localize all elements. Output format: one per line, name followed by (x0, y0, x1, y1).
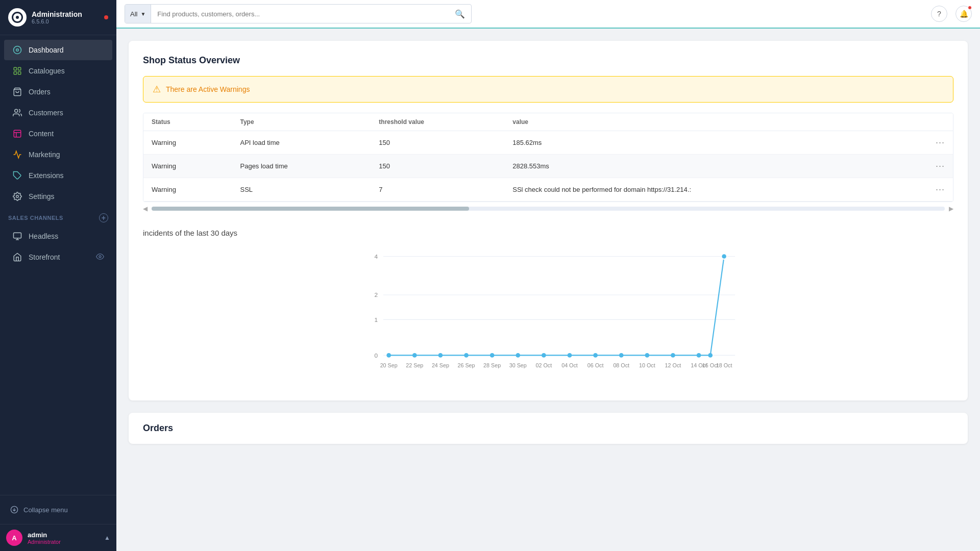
incidents-chart: 4 2 1 0 (143, 245, 953, 388)
avatar: A (6, 530, 22, 546)
sidebar-item-catalogues[interactable]: Catalogues (4, 61, 112, 81)
scroll-left-icon: ◀ (143, 205, 148, 212)
sidebar-item-customers[interactable]: Customers (4, 103, 112, 123)
scrollbar-track[interactable] (152, 207, 945, 211)
svg-rect-13 (14, 233, 21, 238)
svg-point-34 (568, 353, 572, 358)
svg-text:02 Oct: 02 Oct (536, 362, 552, 368)
sidebar-item-label: Dashboard (29, 46, 64, 54)
page-content: Shop Status Overview ⚠ There are Active … (116, 29, 980, 468)
svg-rect-4 (14, 72, 16, 74)
svg-rect-8 (14, 130, 21, 137)
sales-channels-section: Sales Channels + (0, 207, 116, 226)
help-button[interactable]: ? (931, 6, 947, 22)
user-info: admin Administrator (28, 531, 61, 545)
svg-text:1: 1 (375, 316, 378, 323)
sales-channels-label: Sales Channels (8, 215, 63, 221)
svg-point-36 (619, 353, 624, 358)
sidebar-item-storefront[interactable]: Storefront (4, 247, 112, 267)
svg-text:28 Sep: 28 Sep (483, 362, 501, 368)
svg-text:18 Oct: 18 Oct (716, 362, 732, 368)
svg-point-7 (15, 109, 18, 112)
cell-threshold: 150 (371, 131, 504, 155)
svg-rect-5 (18, 72, 21, 74)
svg-text:12 Oct: 12 Oct (665, 362, 681, 368)
chevron-up-icon: ▲ (104, 534, 110, 541)
svg-text:24 Sep: 24 Sep (432, 362, 449, 368)
cell-status: Warning (143, 155, 232, 178)
app-info: Administration 6.5.6.0 (32, 10, 82, 25)
chart-title: incidents of the last 30 days (143, 229, 953, 237)
svg-point-40 (708, 353, 713, 358)
table-body: Warning API load time 150 185.62ms ··· W… (143, 131, 953, 202)
svg-point-27 (386, 353, 391, 358)
svg-text:4: 4 (375, 253, 378, 260)
cell-type: API load time (232, 131, 371, 155)
search-button[interactable]: 🔍 (449, 9, 471, 19)
search-input[interactable] (151, 10, 449, 18)
main-nav: Dashboard Catalogues Orders Customers (0, 35, 116, 495)
svg-text:22 Sep: 22 Sep (406, 362, 423, 368)
cell-value: SSl check could not be performed for dom… (504, 178, 927, 202)
search-filter-dropdown[interactable]: All ▼ (125, 5, 151, 23)
card-title: Shop Status Overview (143, 55, 953, 66)
cell-value: 185.62ms (504, 131, 927, 155)
svg-point-41 (721, 254, 727, 259)
table-scrollbar: ◀ ▶ (143, 203, 953, 214)
row-actions-button[interactable]: ··· (936, 137, 945, 148)
chevron-down-icon: ▼ (140, 11, 145, 17)
cell-actions: ··· (927, 131, 953, 155)
chart-section: incidents of the last 30 days 4 2 1 0 (143, 229, 953, 388)
cell-status: Warning (143, 131, 232, 155)
cell-value: 2828.553ms (504, 155, 927, 178)
svg-text:08 Oct: 08 Oct (613, 362, 629, 368)
notification-dot (968, 6, 972, 10)
search-filter-label: All (130, 10, 137, 18)
row-actions-button[interactable]: ··· (936, 161, 945, 171)
table-row: Warning Pages load time 150 2828.553ms ·… (143, 155, 953, 178)
sidebar-item-orders[interactable]: Orders (4, 82, 112, 102)
svg-point-32 (516, 353, 520, 358)
row-actions-button[interactable]: ··· (936, 184, 945, 195)
storefront-icon (12, 252, 22, 262)
sidebar-item-label: Catalogues (29, 67, 65, 75)
status-dot (104, 15, 108, 19)
sidebar-item-label: Headless (29, 232, 58, 240)
sidebar-item-dashboard[interactable]: Dashboard (4, 40, 112, 60)
sidebar-item-label: Settings (29, 192, 55, 201)
sidebar-item-settings[interactable]: Settings (4, 186, 112, 207)
svg-point-16 (99, 256, 101, 258)
shop-status-card: Shop Status Overview ⚠ There are Active … (129, 41, 968, 400)
col-type: Type (232, 113, 371, 131)
table-row: Warning SSL 7 SSl check could not be per… (143, 178, 953, 202)
app-version: 6.5.6.0 (32, 18, 82, 24)
user-role: Administrator (28, 539, 61, 545)
svg-rect-2 (14, 67, 16, 70)
col-actions (927, 113, 953, 131)
cell-type: SSL (232, 178, 371, 202)
sidebar-item-headless[interactable]: Headless (4, 226, 112, 246)
notifications-button[interactable]: 🔔 (955, 6, 972, 22)
svg-point-0 (14, 46, 21, 54)
add-sales-channel-button[interactable]: + (99, 213, 108, 222)
collapse-menu-button[interactable]: Collapse menu (4, 502, 112, 518)
sidebar-item-content[interactable]: Content (4, 123, 112, 144)
sidebar-item-extensions[interactable]: Extensions (4, 165, 112, 186)
cell-threshold: 7 (371, 178, 504, 202)
svg-point-28 (412, 353, 417, 358)
search-container: All ▼ 🔍 (125, 4, 472, 23)
sidebar-item-label: Customers (29, 109, 63, 117)
svg-point-33 (542, 353, 546, 358)
svg-point-31 (490, 353, 495, 358)
svg-text:10 Oct: 10 Oct (639, 362, 655, 368)
svg-point-30 (464, 353, 469, 358)
scroll-right-icon: ▶ (949, 205, 953, 212)
user-bar[interactable]: A admin Administrator ▲ (0, 524, 116, 551)
sidebar-item-marketing[interactable]: Marketing (4, 144, 112, 165)
headless-icon (12, 231, 22, 241)
warning-text: There are Active Warnings (166, 85, 250, 93)
sidebar-header: Administration 6.5.6.0 (0, 0, 116, 35)
main-area: All ▼ 🔍 ? 🔔 Shop Status Overview ⚠ There… (116, 0, 980, 551)
sidebar-item-label: Extensions (29, 171, 63, 180)
eye-icon[interactable] (96, 253, 104, 262)
